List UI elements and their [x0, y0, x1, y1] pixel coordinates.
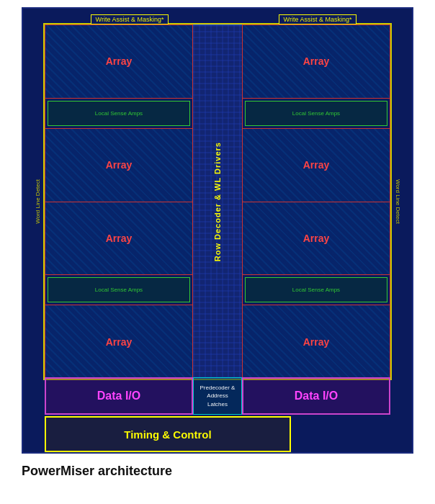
bottom-row-1: Data I/O Predecoder & Address Latches Da…: [45, 377, 390, 415]
left-sense-amp-2-label: Local Sense Amps: [95, 287, 143, 293]
right-sense-inner-2: Local Sense Amps: [245, 277, 387, 302]
left-sense-amp-1-label: Local Sense Amps: [95, 110, 143, 117]
left-sense-amp-2: Local Sense Amps: [45, 275, 192, 305]
data-io-left-label: Data I/O: [97, 390, 140, 402]
right-column: Array Local Sense Amps Array Array: [242, 24, 390, 379]
left-array-4-label: Array: [106, 336, 133, 348]
left-array-3: Array: [45, 202, 192, 276]
right-sense-inner-1: Local Sense Amps: [245, 101, 387, 126]
architecture-diagram: Write Assist & Masking* Write Assist & M…: [22, 7, 413, 454]
write-assist-right-label: Write Assist & Masking*: [279, 14, 357, 24]
right-array-2: Array: [243, 129, 390, 202]
left-column: Array Local Sense Amps Array Array: [45, 24, 193, 379]
word-line-detect-right: Word Line Detect: [392, 27, 403, 377]
left-array-2: Array: [45, 129, 192, 202]
left-array-4: Array: [45, 305, 192, 378]
main-content-area: Array Local Sense Amps Array Array: [45, 24, 390, 379]
right-sense-amp-2-label: Local Sense Amps: [292, 287, 340, 293]
predecoder-text: Predecoder & Address Latches: [197, 384, 238, 408]
data-io-right-label: Data I/O: [295, 390, 338, 402]
word-line-detect-left: Word Line Detect: [32, 27, 43, 377]
right-sense-amp-1-label: Local Sense Amps: [292, 110, 340, 117]
timing-control-label: Timing & Control: [124, 428, 211, 441]
right-array-4-label: Array: [303, 336, 330, 348]
row-decoder-label: Row Decoder & WL Drivers: [213, 142, 222, 261]
timing-control-block: Timing & Control: [45, 416, 291, 452]
data-io-left: Data I/O: [45, 377, 193, 415]
right-array-3-label: Array: [303, 233, 330, 244]
left-array-2-label: Array: [106, 159, 133, 171]
write-assist-left-label: Write Assist & Masking*: [91, 14, 169, 24]
predecoder-block: Predecoder & Address Latches: [193, 377, 242, 415]
left-array-1-label: Array: [106, 55, 133, 67]
left-sense-amp-1: Local Sense Amps: [45, 99, 192, 129]
right-array-1-label: Array: [303, 55, 330, 67]
wld-right-label: Word Line Detect: [395, 179, 401, 224]
right-array-3: Array: [243, 202, 390, 276]
left-sense-inner-1: Local Sense Amps: [48, 101, 190, 126]
page-wrapper: Write Assist & Masking* Write Assist & M…: [0, 0, 435, 493]
write-assist-left-header: Write Assist & Masking*: [45, 13, 215, 26]
diagram-title: PowerMiser architecture: [22, 464, 413, 479]
right-array-4: Array: [243, 305, 390, 378]
data-io-right: Data I/O: [242, 377, 390, 415]
right-array-2-label: Array: [303, 159, 330, 171]
right-sense-amp-1: Local Sense Amps: [243, 99, 390, 129]
bottom-row-2: Timing & Control: [45, 416, 291, 452]
left-sense-inner-2: Local Sense Amps: [48, 277, 190, 302]
write-assist-right-header: Write Assist & Masking*: [245, 13, 390, 26]
center-column: Row Decoder & WL Drivers: [193, 24, 242, 379]
predecoder-label: Predecoder & Address Latches: [197, 384, 238, 408]
wld-left-label: Word Line Detect: [35, 179, 41, 224]
right-array-1: Array: [243, 25, 390, 99]
left-array-1: Array: [45, 25, 192, 99]
right-sense-amp-2: Local Sense Amps: [243, 275, 390, 305]
left-array-3-label: Array: [106, 233, 133, 244]
